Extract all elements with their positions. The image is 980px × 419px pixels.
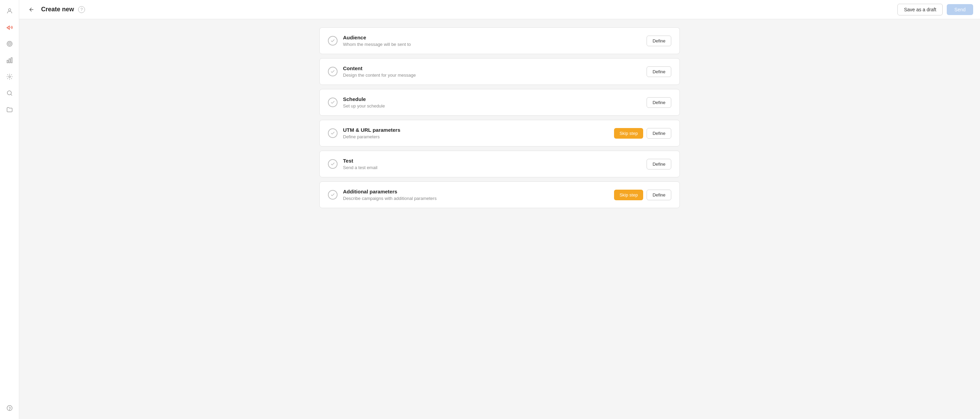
define-button-content[interactable]: Define xyxy=(647,67,671,77)
sidebar-item-user[interactable] xyxy=(3,4,16,18)
svg-point-3 xyxy=(9,43,10,44)
sidebar-item-megaphone[interactable] xyxy=(3,21,16,34)
step-info-utm: UTM & URL parameters Define parameters xyxy=(343,127,609,139)
step-card-schedule: Schedule Set up your schedule Define xyxy=(319,89,680,116)
target-icon xyxy=(6,40,13,47)
step-desc-audience: Whom the message will be sent to xyxy=(343,42,641,47)
step-card-content: Content Design the content for your mess… xyxy=(319,58,680,85)
sidebar xyxy=(0,0,19,419)
step-actions-content: Define xyxy=(647,67,671,77)
content-area: Audience Whom the message will be sent t… xyxy=(19,19,980,419)
step-actions-schedule: Define xyxy=(647,97,671,108)
define-button-additional[interactable]: Define xyxy=(647,190,671,200)
svg-rect-5 xyxy=(9,59,10,63)
step-info-audience: Audience Whom the message will be sent t… xyxy=(343,35,641,47)
search-icon xyxy=(6,90,13,97)
step-card-audience: Audience Whom the message will be sent t… xyxy=(319,27,680,54)
sidebar-item-target[interactable] xyxy=(3,37,16,51)
sidebar-item-chart[interactable] xyxy=(3,53,16,67)
step-desc-utm: Define parameters xyxy=(343,134,609,139)
step-check-content xyxy=(328,67,337,76)
step-title-audience: Audience xyxy=(343,35,641,40)
step-check-audience xyxy=(328,36,337,46)
step-check-utm xyxy=(328,129,337,138)
step-info-additional: Additional parameters Describe campaigns… xyxy=(343,189,609,201)
main-area: Create new ? Save as a draft Send Audien… xyxy=(19,0,980,419)
step-card-utm: UTM & URL parameters Define parameters S… xyxy=(319,120,680,146)
step-check-schedule xyxy=(328,98,337,107)
step-check-additional xyxy=(328,190,337,200)
megaphone-icon xyxy=(6,24,13,31)
svg-rect-6 xyxy=(11,58,12,63)
svg-rect-4 xyxy=(7,60,8,63)
user-icon xyxy=(6,8,13,14)
checkmark-icon xyxy=(330,69,335,74)
settings-icon xyxy=(6,73,13,80)
step-card-additional: Additional parameters Describe campaigns… xyxy=(319,181,680,208)
svg-point-7 xyxy=(9,76,10,78)
steps-container: Audience Whom the message will be sent t… xyxy=(311,27,688,212)
step-check-test xyxy=(328,159,337,169)
define-button-schedule[interactable]: Define xyxy=(647,97,671,108)
step-title-utm: UTM & URL parameters xyxy=(343,127,609,133)
step-title-additional: Additional parameters xyxy=(343,189,609,194)
step-title-schedule: Schedule xyxy=(343,96,641,102)
sidebar-item-search[interactable] xyxy=(3,86,16,100)
save-draft-button[interactable]: Save as a draft xyxy=(897,4,943,16)
step-info-test: Test Send a test email xyxy=(343,158,641,170)
checkmark-icon xyxy=(330,162,335,167)
svg-point-10 xyxy=(9,410,10,410)
header: Create new ? Save as a draft Send xyxy=(19,0,980,19)
help-button[interactable]: ? xyxy=(78,6,85,13)
svg-point-0 xyxy=(8,9,11,11)
step-card-test: Test Send a test email Define xyxy=(319,151,680,177)
step-actions-additional: Skip step Define xyxy=(614,190,671,200)
step-desc-schedule: Set up your schedule xyxy=(343,103,641,108)
define-button-utm[interactable]: Define xyxy=(647,128,671,139)
step-desc-test: Send a test email xyxy=(343,165,641,170)
checkmark-icon xyxy=(330,100,335,105)
sidebar-item-settings[interactable] xyxy=(3,70,16,84)
back-icon xyxy=(29,6,35,13)
step-info-content: Content Design the content for your mess… xyxy=(343,65,641,78)
step-title-test: Test xyxy=(343,158,641,163)
step-actions-test: Define xyxy=(647,159,671,170)
step-desc-additional: Describe campaigns with additional param… xyxy=(343,196,609,201)
chart-icon xyxy=(6,57,13,63)
step-title-content: Content xyxy=(343,65,641,71)
step-desc-content: Design the content for your message xyxy=(343,73,641,78)
define-button-test[interactable]: Define xyxy=(647,159,671,170)
folder-icon xyxy=(6,106,13,113)
step-info-schedule: Schedule Set up your schedule xyxy=(343,96,641,108)
checkmark-icon xyxy=(330,131,335,136)
back-button[interactable] xyxy=(26,4,37,15)
page-title: Create new xyxy=(41,6,74,13)
skip-button-utm[interactable]: Skip step xyxy=(614,128,643,139)
step-actions-audience: Define xyxy=(647,36,671,46)
define-button-audience[interactable]: Define xyxy=(647,36,671,46)
svg-point-8 xyxy=(7,91,11,95)
checkmark-icon xyxy=(330,38,335,43)
sidebar-item-folder[interactable] xyxy=(3,103,16,116)
sidebar-item-help[interactable] xyxy=(3,401,16,415)
send-button[interactable]: Send xyxy=(947,4,973,15)
help-icon xyxy=(6,405,13,411)
skip-button-additional[interactable]: Skip step xyxy=(614,190,643,200)
checkmark-icon xyxy=(330,192,335,197)
step-actions-utm: Skip step Define xyxy=(614,128,671,139)
